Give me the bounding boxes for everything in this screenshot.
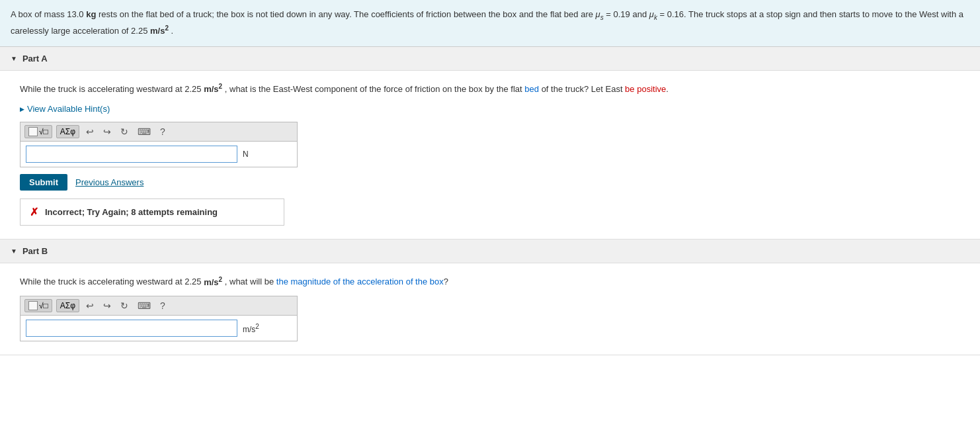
part-b-unit: m/s2 [243,323,259,334]
part-b-arrow: ▼ [11,247,17,255]
part-b-answer-box: √□ ΑΣφ ↩ ↪ ↻ ⌨ ? [20,296,298,341]
keyboard-icon: ⌨ [138,126,151,137]
part-b-header[interactable]: ▼ Part B [0,240,980,263]
part-b-reset-button[interactable]: ↻ [118,299,131,312]
part-a-unit: N [243,150,249,159]
help-icon: ? [160,126,165,137]
fraction-label: √□ [39,127,48,136]
error-message: Incorrect; Try Again; 8 attempts remaini… [45,207,218,217]
part-b-fraction-button[interactable]: √□ [24,299,52,312]
part-b-section: ▼ Part B While the truck is accelerating… [0,240,980,355]
part-a-input[interactable] [26,146,237,163]
mu-k-value: 0.16 [667,9,684,19]
mu-k-label: μk [649,9,657,19]
part-b-greek-label: ΑΣφ [60,301,75,310]
greek-button[interactable]: ΑΣφ [56,125,79,138]
square-icon [28,127,38,136]
help-button[interactable]: ? [157,125,168,138]
part-b-toolbar: √□ ΑΣφ ↩ ↪ ↻ ⌨ ? [20,296,297,316]
error-icon: ✗ [30,206,38,218]
redo-icon: ↪ [103,126,111,137]
reset-button[interactable]: ↻ [118,125,131,138]
part-a-section: ▼ Part A While the truck is accelerating… [0,47,980,240]
part-a-question: While the truck is accelerating westward… [20,81,969,97]
part-a-arrow: ▼ [11,55,17,62]
part-b-redo-button[interactable]: ↪ [101,299,114,312]
part-b-help-button[interactable]: ? [157,299,168,312]
part-a-input-row: N [20,142,297,167]
redo-button[interactable]: ↪ [101,125,114,138]
greek-label: ΑΣφ [60,127,75,136]
mu-s-label: μs [596,9,604,19]
previous-answers-link[interactable]: Previous Answers [75,177,143,187]
acceleration-value: 2.25 [131,26,147,36]
part-b-undo-icon: ↩ [86,300,94,311]
mu-s-value: 0.19 [614,9,630,19]
hint-link[interactable]: View Available Hint(s) [20,104,110,114]
hint-label: View Available Hint(s) [27,104,110,114]
problem-statement: A box of mass 13.0 kg rests on the flat … [0,0,980,47]
accel-unit: m/s2 [150,26,169,36]
keyboard-button[interactable]: ⌨ [135,125,153,138]
part-b-help-icon: ? [160,300,165,311]
mass-value: 13.0 [67,9,83,19]
mass-unit: kg [86,9,96,19]
part-a-submit-row: Submit Previous Answers [20,174,969,191]
part-a-label: Part A [22,54,48,64]
part-b-input-row: m/s2 [20,316,297,341]
part-b-question: While the truck is accelerating westward… [20,274,969,289]
part-b-label: Part B [22,246,48,256]
undo-icon: ↩ [86,126,94,137]
part-b-undo-button[interactable]: ↩ [83,299,97,312]
part-a-answer-box: √□ ΑΣφ ↩ ↪ ↻ ⌨ ? [20,122,298,167]
part-b-fraction-label: √□ [39,301,48,310]
part-a-toolbar: √□ ΑΣφ ↩ ↪ ↻ ⌨ ? [20,122,297,142]
undo-button[interactable]: ↩ [83,125,97,138]
submit-label: Submit [29,177,58,187]
part-a-header[interactable]: ▼ Part A [0,47,980,71]
part-b-keyboard-icon: ⌨ [138,300,151,311]
part-b-reset-icon: ↻ [120,300,128,311]
fraction-button[interactable]: √□ [24,125,52,138]
part-b-keyboard-button[interactable]: ⌨ [135,299,153,312]
submit-button[interactable]: Submit [20,174,67,191]
previous-answers-label: Previous Answers [75,177,143,187]
part-b-greek-button[interactable]: ΑΣφ [56,299,79,312]
part-b-body: While the truck is accelerating westward… [0,263,980,355]
part-b-input[interactable] [26,320,237,337]
part-b-redo-icon: ↪ [103,300,111,311]
part-b-square-icon [28,301,38,310]
part-a-body: While the truck is accelerating westward… [0,71,980,240]
error-box: ✗ Incorrect; Try Again; 8 attempts remai… [20,198,284,226]
reset-icon: ↻ [120,126,128,137]
